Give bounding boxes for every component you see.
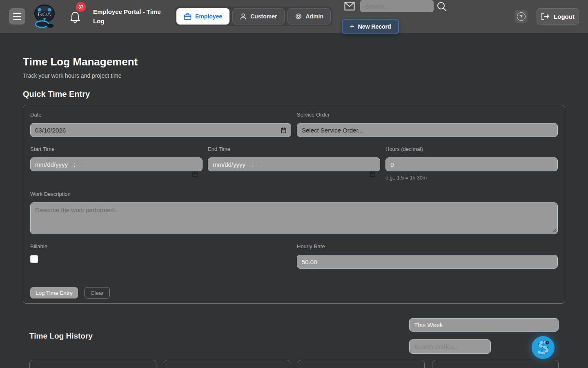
billable-checkbox[interactable] <box>30 255 38 263</box>
quick-time-entry-panel: Date Service Order Select Service Order.… <box>23 105 565 304</box>
hours-label: Hours (decimal) <box>385 146 558 152</box>
navbar: BOA 37 Employee Portal - Time Log Employ… <box>0 0 588 33</box>
notifications-button[interactable] <box>69 11 82 25</box>
plus-icon: + <box>350 22 354 31</box>
service-order-select[interactable]: Select Service Order... <box>297 123 558 137</box>
hourly-rate-input[interactable] <box>297 255 558 269</box>
tab-admin-label: Admin <box>306 13 324 20</box>
app-title: Employee Portal - Time Log <box>93 7 170 26</box>
logout-button[interactable]: Logout <box>537 8 579 25</box>
gear-icon <box>295 13 302 20</box>
page-title: Time Log Management <box>23 56 565 68</box>
new-record-label: New Record <box>358 23 391 30</box>
boa-snake-logo-icon: BOA <box>32 4 57 29</box>
tab-customer-label: Customer <box>250 13 277 20</box>
start-time-input[interactable] <box>30 157 203 171</box>
date-input[interactable] <box>30 123 291 137</box>
history-search-input[interactable] <box>409 339 491 354</box>
hours-hint: e.g., 1.5 = 1h 30m <box>385 175 558 181</box>
snake-icon <box>536 339 550 356</box>
question-mark-icon: ? <box>517 12 526 21</box>
start-time-label: Start Time <box>30 146 203 152</box>
hamburger-menu-button[interactable] <box>9 8 25 25</box>
time-log-history-header: Time Log History This Week <box>23 318 565 354</box>
calendar-icon <box>370 171 375 177</box>
work-description-textarea[interactable] <box>30 202 558 234</box>
hourly-rate-label: Hourly Rate <box>297 243 558 249</box>
service-order-label: Service Order <box>297 112 558 118</box>
billable-label: Billable <box>30 243 291 249</box>
history-filter-select[interactable]: This Week <box>409 318 559 332</box>
mail-icon[interactable] <box>344 2 355 12</box>
portal-tabbar: Employee Customer Admin <box>175 7 332 26</box>
tab-employee[interactable]: Employee <box>176 8 229 25</box>
service-order-selected-value: Select Service Order... <box>302 127 363 134</box>
app-logo: BOA <box>32 4 57 29</box>
log-time-entry-button[interactable]: Log Time Entry <box>30 287 78 298</box>
svg-text:BOA: BOA <box>38 11 51 18</box>
assistant-fab-button[interactable] <box>532 336 555 359</box>
search-icon[interactable] <box>436 1 448 14</box>
main-content: Time Log Management Track your work hour… <box>0 56 588 368</box>
logout-label: Logout <box>554 13 575 20</box>
tab-customer[interactable]: Customer <box>232 8 284 25</box>
work-description-label: Work Description <box>30 191 558 197</box>
page-subtitle: Track your work hours and project time <box>23 72 565 79</box>
clear-button[interactable]: Clear <box>85 287 110 298</box>
help-button[interactable]: ? <box>514 10 528 23</box>
notification-count-badge: 37 <box>76 2 86 12</box>
bell-icon <box>69 11 81 24</box>
person-icon <box>240 13 247 20</box>
history-heading: Time Log History <box>29 332 93 341</box>
quick-entry-heading: Quick Time Entry <box>23 90 565 99</box>
end-time-label: End Time <box>208 146 380 152</box>
tab-employee-label: Employee <box>195 13 222 20</box>
history-stats-row: 0.0 0.0 $0 0 <box>23 360 565 368</box>
calendar-icon <box>192 171 198 177</box>
stat-card-amount: $0 <box>298 360 425 368</box>
stat-card-hours-week: 0.0 <box>29 360 156 368</box>
stat-card-hours-total: 0.0 <box>164 360 291 368</box>
end-time-input[interactable] <box>208 157 380 171</box>
new-record-button[interactable]: + New Record <box>342 19 399 34</box>
date-label: Date <box>30 112 291 118</box>
stat-card-entries: 0 <box>432 360 559 368</box>
history-filter-selected-value: This Week <box>414 321 443 328</box>
tab-admin[interactable]: Admin <box>287 8 331 25</box>
briefcase-icon <box>184 13 192 20</box>
hours-input[interactable] <box>385 157 558 171</box>
logout-icon <box>541 13 550 20</box>
global-search-input[interactable] <box>360 0 434 12</box>
